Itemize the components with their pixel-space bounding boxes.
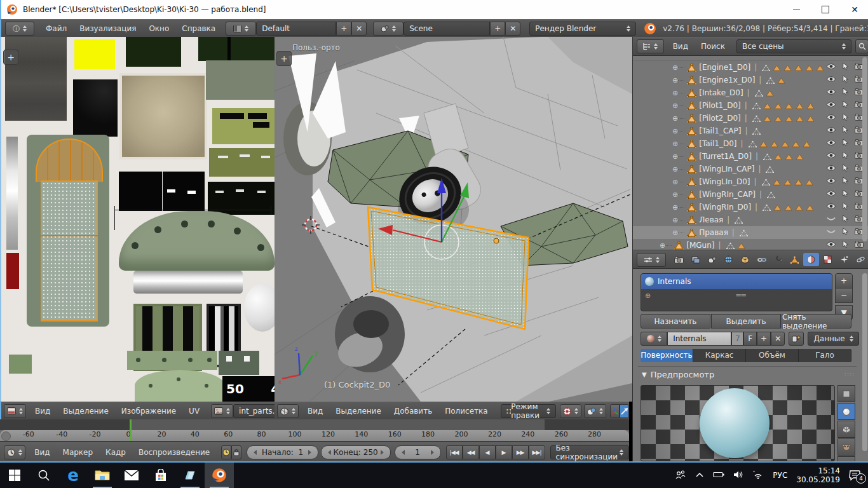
outliner-item-intake_d0[interactable]: ⊕[Intake_D0]|	[633, 86, 868, 99]
play-button[interactable]: ▶	[496, 445, 512, 459]
preview-cube-button[interactable]	[837, 421, 855, 438]
selected-vertex[interactable]	[494, 238, 499, 243]
notification-center-button[interactable]: 4	[849, 470, 862, 481]
nodes-button[interactable]	[789, 332, 804, 346]
pivot-point-dropdown[interactable]	[560, 404, 581, 418]
menu-item[interactable]: Выделение	[57, 407, 114, 416]
eye-open-icon[interactable]	[826, 63, 836, 72]
eye-open-icon[interactable]	[826, 203, 836, 212]
properties-scrollbar[interactable]	[862, 273, 867, 451]
taskbar-3d-builder-button[interactable]	[175, 463, 205, 488]
preview-sphere-button[interactable]	[837, 403, 855, 420]
decrement-icon[interactable]	[254, 450, 257, 455]
current-frame-field[interactable]: 1	[395, 445, 441, 459]
tray-people-icon[interactable]	[675, 470, 686, 482]
material-browse-button[interactable]	[641, 332, 667, 346]
menu-item[interactable]: Справка	[175, 24, 222, 33]
expand-icon[interactable]: ⊕	[672, 64, 678, 72]
outliner-item-левая[interactable]: ⊕Левая|	[633, 214, 868, 226]
timeline-scroll-dot[interactable]	[1, 431, 11, 441]
properties-tab-modifiers-icon[interactable]	[770, 253, 786, 266]
outliner-item-wingrin_cap[interactable]: ⊕[WingRIn_CAP]|	[633, 188, 868, 201]
expand-icon[interactable]: ⊕	[672, 89, 678, 97]
properties-tab-scene-icon[interactable]	[704, 253, 720, 266]
material-name-field[interactable]: Internals	[667, 332, 731, 346]
eye-open-icon[interactable]	[826, 76, 836, 85]
restrict-select-icon[interactable]	[842, 164, 849, 174]
menu-item[interactable]: UV	[182, 407, 206, 416]
outliner-item-mgun[interactable]: ⊕[MGun]|	[633, 239, 868, 250]
image-browse-button[interactable]	[211, 404, 233, 418]
eye-open-icon[interactable]	[826, 88, 836, 97]
tray-volume-icon[interactable]	[733, 470, 743, 481]
expand-icon[interactable]: ⊕	[672, 216, 678, 224]
properties-tab-render-icon[interactable]	[671, 253, 687, 266]
taskbar-file-explorer-button[interactable]	[88, 463, 117, 488]
taskbar-store-button[interactable]	[146, 463, 175, 488]
properties-tab-world-icon[interactable]	[721, 253, 736, 266]
restrict-select-icon[interactable]	[842, 62, 849, 72]
properties-tab-material-icon[interactable]	[803, 253, 819, 266]
editor-type-button-3d[interactable]	[277, 404, 299, 418]
expand-icon[interactable]: ⊕	[672, 76, 678, 85]
manipulator-axis-button[interactable]	[610, 404, 620, 418]
preview-monkey-button[interactable]	[837, 438, 855, 456]
expand-icon[interactable]: ⊕	[672, 165, 678, 173]
outliner-item-turret1a_d0[interactable]: ⊕[Turret1A_D0]|	[633, 150, 868, 163]
restrict-select-icon[interactable]	[842, 189, 849, 200]
restrict-select-icon[interactable]	[842, 75, 849, 85]
expand-icon[interactable]: ⊕	[672, 114, 678, 123]
taskbar-edge-button[interactable]: e	[58, 463, 88, 488]
expand-icon[interactable]: ⊕	[645, 292, 651, 300]
menu-item[interactable]: Выделение	[329, 407, 387, 416]
scene-name-field[interactable]: Scene	[403, 22, 490, 36]
viewport-3d[interactable]: x y z Польз.-орто (1) Cockpit2_D0 +	[275, 37, 632, 402]
outliner-item-engine1x_d0[interactable]: ⊕[Engine1x_D0]|	[633, 74, 868, 86]
eye-open-icon[interactable]	[826, 139, 836, 148]
layout-browse-button[interactable]	[226, 22, 256, 36]
increment-icon[interactable]	[381, 450, 384, 455]
mode-dropdown[interactable]: Режим правки	[501, 404, 556, 418]
expand-icon[interactable]: ⊕	[672, 203, 678, 212]
outliner-scope-dropdown[interactable]: Все сцены	[736, 39, 851, 53]
expand-icon[interactable]: ⊕	[672, 152, 678, 161]
outliner-item-tail1_cap[interactable]: ⊕[Tail1_CAP]|	[633, 125, 868, 137]
scene-delete-button[interactable]: ✕	[505, 22, 520, 36]
decrement-icon[interactable]	[328, 450, 331, 455]
play-reverse-button[interactable]: ◀	[479, 445, 496, 459]
outliner-item-wingrin_d0[interactable]: ⊕[WingRIn_D0]|	[633, 201, 868, 214]
eye-open-icon[interactable]	[826, 126, 836, 135]
jump-to-end-button[interactable]: ▶▶|	[529, 445, 545, 459]
material-slot-row[interactable]: Internals	[641, 274, 832, 289]
prev-keyframe-button[interactable]: ◀◀	[463, 445, 479, 459]
taskbar-clock[interactable]: 15:14 30.05.2019	[796, 466, 840, 484]
material-new-button[interactable]: +	[757, 332, 771, 346]
eye-closed-icon[interactable]	[826, 215, 836, 224]
close-button[interactable]: ✕	[840, 0, 868, 19]
layout-delete-button[interactable]: ✕	[351, 22, 367, 36]
properties-tab-particles-icon[interactable]	[836, 253, 852, 266]
menu-item[interactable]: Вид	[667, 42, 695, 51]
scene-add-button[interactable]: +	[490, 22, 505, 36]
restrict-select-icon[interactable]	[842, 215, 849, 225]
outliner-item-pilot1_d0[interactable]: ⊕[Pilot1_D0]|	[633, 99, 868, 112]
viewport-shading-dropdown[interactable]	[584, 404, 606, 418]
outliner-item-правая[interactable]: ⊕Правая|	[633, 226, 868, 239]
restrict-select-icon[interactable]	[842, 139, 849, 149]
editor-type-button-properties[interactable]	[637, 253, 666, 267]
preview-range-button[interactable]	[221, 445, 231, 459]
editor-type-button-info[interactable]: ⓘ	[5, 22, 34, 36]
outliner-search-button[interactable]	[855, 39, 868, 53]
preview-plane-button[interactable]	[837, 385, 855, 402]
expand-icon[interactable]: ⊕	[672, 102, 678, 110]
menu-item[interactable]: Вид	[28, 448, 56, 457]
tray-chevron-up-icon[interactable]	[695, 471, 704, 480]
scene-browse-button[interactable]	[373, 22, 403, 36]
expand-icon[interactable]: ⊕	[672, 140, 678, 148]
jump-to-start-button[interactable]: |◀◀	[446, 445, 463, 459]
menu-item[interactable]: Полисетка	[438, 407, 494, 416]
tray-battery-icon[interactable]	[713, 471, 724, 480]
data-context-dropdown[interactable]: Данные	[808, 332, 859, 346]
expand-icon[interactable]: ⊕	[660, 241, 665, 250]
expand-icon[interactable]: ⊕	[672, 178, 678, 186]
